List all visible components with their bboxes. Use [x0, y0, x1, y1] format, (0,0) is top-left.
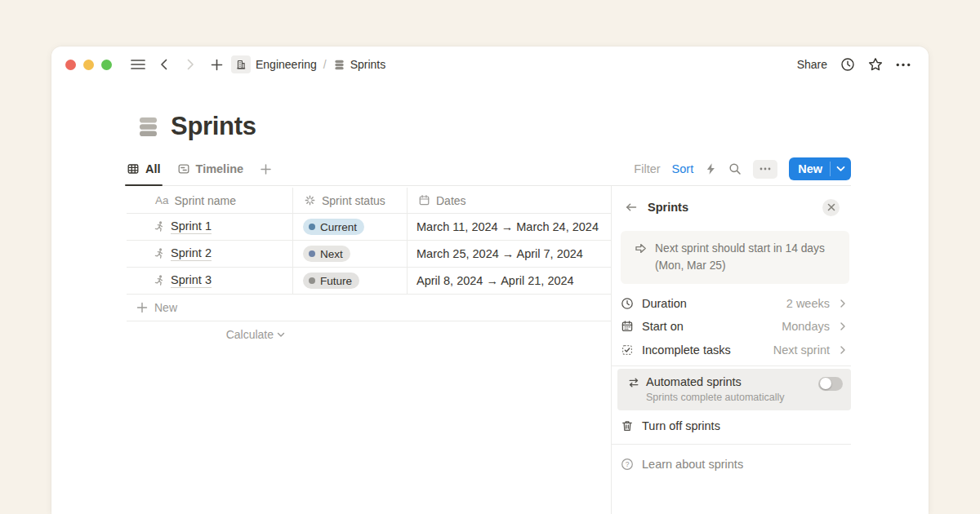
panel-close-button[interactable] [822, 199, 840, 216]
new-record-dropdown[interactable] [831, 157, 851, 180]
column-header-sprint-status[interactable]: Sprint status [293, 188, 408, 213]
timeline-view-icon [177, 162, 190, 175]
divider [611, 366, 851, 366]
status-badge[interactable]: Future [303, 273, 359, 289]
setting-start-on[interactable]: Start on Mondays [621, 315, 849, 339]
cell-sprint-status[interactable]: Future [293, 268, 408, 294]
next-sprint-notice: Next sprint should start in 14 days (Mon… [621, 231, 849, 284]
automated-toggle[interactable] [818, 377, 843, 391]
search-button[interactable] [728, 162, 742, 175]
cell-sprint-name[interactable]: Sprint 2 [127, 241, 293, 267]
new-page-button[interactable] [207, 54, 226, 75]
cell-sprint-name[interactable]: Sprint 3 [127, 268, 293, 294]
chevron-right-icon [838, 321, 848, 331]
more-options-button[interactable] [896, 63, 911, 67]
chevron-down-icon [277, 332, 285, 338]
status-badge[interactable]: Current [303, 219, 364, 235]
page-title[interactable]: Sprints [171, 112, 256, 141]
zoom-window-button[interactable] [101, 60, 112, 70]
add-view-button[interactable] [260, 163, 272, 175]
cell-dates[interactable]: March 25, 2024 → April 7, 2024 [408, 241, 612, 267]
notice-line-2: (Mon, Mar 25) [655, 259, 726, 272]
setting-value: Mondays [782, 320, 830, 333]
learn-about-sprints-link[interactable]: ? Learn about sprints [621, 450, 849, 479]
sprints-table: Aa Sprint name Sprint status Dates [127, 188, 612, 348]
plus-icon [260, 163, 272, 175]
back-button[interactable] [154, 54, 174, 75]
view-settings-button[interactable] [753, 160, 777, 179]
lightning-icon [705, 162, 717, 175]
breadcrumb-separator: / [322, 58, 328, 71]
status-dot [309, 277, 315, 284]
title-property-icon: Aa [155, 194, 169, 206]
favorite-button[interactable] [868, 57, 883, 72]
setting-label: Duration [642, 297, 687, 310]
ellipsis-icon [760, 167, 771, 171]
status-label: Current [320, 221, 357, 233]
date-range: March 11, 2024 → March 24, 2024 [416, 220, 599, 233]
window-controls [65, 60, 112, 70]
breadcrumb: Engineering / Sprints [231, 55, 385, 73]
status-badge[interactable]: Next [303, 246, 350, 262]
sprint-name-link[interactable]: Sprint 1 [171, 219, 212, 234]
page-title-row: Sprints [136, 112, 256, 141]
setting-value: 2 weeks [786, 297, 830, 310]
table-row[interactable]: Sprint 1 Current March 11, 2024 → March … [127, 214, 612, 241]
setting-incomplete-tasks[interactable]: Incomplete tasks Next sprint [621, 338, 849, 361]
updates-button[interactable] [840, 57, 855, 72]
checkbox-icon [621, 343, 634, 357]
chevron-left-icon [158, 59, 170, 70]
new-record-button[interactable]: New [789, 157, 851, 180]
close-icon [827, 203, 835, 211]
status-dot [309, 224, 315, 230]
workspace-switcher[interactable] [231, 55, 251, 73]
share-button[interactable]: Share [797, 58, 827, 71]
panel-header: Sprints [621, 197, 849, 218]
cell-dates[interactable]: April 8, 2024 → April 21, 2024 [408, 268, 612, 294]
panel-back-button[interactable] [625, 201, 638, 214]
search-icon [728, 162, 742, 175]
tab-all[interactable]: All [127, 153, 161, 185]
divider [611, 444, 851, 445]
cell-sprint-name[interactable]: Sprint 1 [127, 214, 293, 240]
setting-label: Start on [642, 320, 684, 333]
tab-timeline[interactable]: Timeline [177, 153, 244, 185]
automations-button[interactable] [705, 162, 717, 175]
view-toolbar: Filter Sort New [634, 157, 851, 180]
cell-dates[interactable]: March 11, 2024 → March 24, 2024 [408, 214, 612, 240]
database-icon [333, 59, 345, 71]
table-row[interactable]: Sprint 2 Next March 25, 2024 → April 7, … [127, 241, 612, 268]
new-row-button[interactable]: New [127, 295, 612, 321]
titlebar: Engineering / Sprints Share [51, 47, 929, 82]
arrow-right-outline-icon [634, 241, 648, 274]
minimize-window-button[interactable] [83, 60, 94, 70]
table-row[interactable]: Sprint 3 Future April 8, 2024 → April 21… [127, 268, 612, 295]
sprints-settings-panel: Sprints Next sprint should start in 14 d… [621, 186, 849, 479]
sprint-name-link[interactable]: Sprint 3 [171, 273, 212, 288]
column-header-dates[interactable]: Dates [408, 188, 612, 213]
toggle-knob [820, 378, 831, 389]
status-label: Next [320, 248, 343, 260]
cell-sprint-status[interactable]: Current [293, 214, 408, 240]
breadcrumb-page[interactable]: Sprints [333, 58, 386, 71]
breadcrumb-workspace[interactable]: Engineering [256, 58, 317, 71]
close-window-button[interactable] [65, 60, 76, 70]
setting-duration[interactable]: Duration 2 weeks [621, 291, 849, 315]
automated-text: Automated sprints Sprints complete autom… [646, 375, 785, 403]
column-header-sprint-name[interactable]: Aa Sprint name [127, 188, 293, 213]
chevron-right-icon [185, 59, 196, 70]
date-range: April 8, 2024 → April 21, 2024 [416, 274, 574, 287]
sort-button[interactable]: Sort [672, 162, 694, 175]
sprint-name-link[interactable]: Sprint 2 [171, 246, 212, 261]
breadcrumb-page-label: Sprints [350, 58, 386, 71]
cell-sprint-status[interactable]: Next [293, 241, 408, 267]
calculate-button[interactable]: Calculate [127, 321, 293, 348]
filter-button[interactable]: Filter [634, 162, 660, 175]
forward-button[interactable] [180, 54, 200, 75]
page-database-icon[interactable] [136, 115, 160, 139]
automated-sprints-row[interactable]: Automated sprints Sprints complete autom… [617, 369, 851, 410]
clock-icon [621, 297, 634, 310]
sidebar-toggle-button[interactable] [128, 54, 148, 75]
status-label: Future [320, 275, 352, 287]
turn-off-sprints-button[interactable]: Turn off sprints [621, 412, 849, 440]
